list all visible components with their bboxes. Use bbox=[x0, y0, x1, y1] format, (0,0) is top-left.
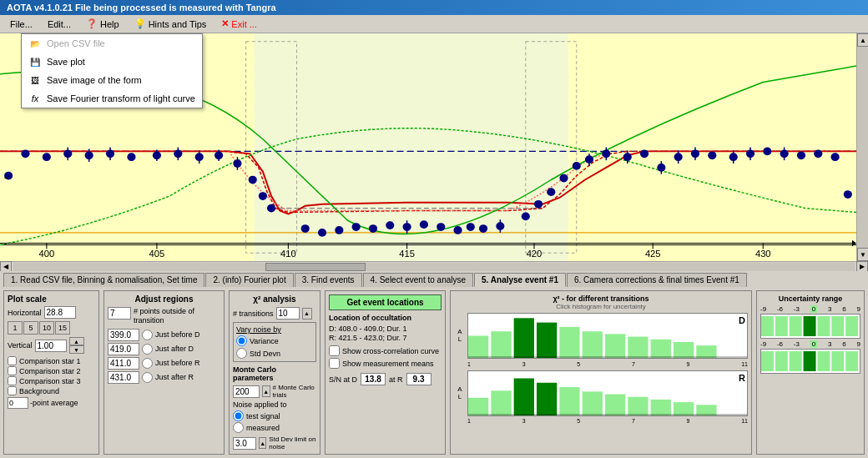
bottom-panel: Plot scale Horizontal 1 5 10 15 Vertical… bbox=[0, 287, 868, 458]
tab-1[interactable]: 1. Read CSV file, Binning & nomalisation… bbox=[3, 273, 204, 287]
comp-star-2-cb[interactable] bbox=[8, 366, 17, 375]
region-3-label: Just after R bbox=[155, 373, 194, 381]
region-1-input[interactable] bbox=[108, 343, 139, 355]
tab-3[interactable]: 3. Find events bbox=[295, 273, 362, 287]
d-unc-svg bbox=[761, 315, 860, 338]
region-0-radio[interactable] bbox=[142, 330, 153, 340]
noise-variance-radio[interactable] bbox=[236, 335, 247, 346]
save-fourier-item[interactable]: fx Save Fourier transform of light curve bbox=[22, 89, 202, 108]
region-3-radio[interactable] bbox=[142, 372, 153, 383]
svg-point-45 bbox=[301, 224, 310, 233]
sn-at-d-label: S/N at D bbox=[329, 375, 357, 384]
svg-rect-106 bbox=[491, 390, 511, 415]
transitions-input[interactable] bbox=[276, 307, 300, 320]
svg-rect-118 bbox=[775, 316, 788, 336]
comp-star-3-cb[interactable] bbox=[8, 376, 17, 385]
d-histogram-chart[interactable]: D bbox=[467, 313, 748, 359]
r-hist-svg bbox=[468, 371, 747, 415]
noise-stddevn-radio[interactable] bbox=[236, 348, 247, 359]
d-hist-svg bbox=[468, 314, 747, 358]
svg-point-78 bbox=[708, 151, 716, 159]
scroll-up-arrow[interactable]: ▲ bbox=[857, 33, 868, 47]
svg-point-57 bbox=[479, 224, 487, 233]
r-uncertainty: -9-6-30369 bbox=[760, 340, 860, 374]
r-unc-svg bbox=[761, 350, 860, 373]
plot-scale-panel: Plot scale Horizontal 1 5 10 15 Vertical… bbox=[3, 290, 99, 455]
region-0-input[interactable] bbox=[108, 329, 139, 341]
location-title: Location of occultation bbox=[329, 314, 442, 322]
tab-4[interactable]: 4. Select event to analyse bbox=[363, 273, 474, 287]
tab-5[interactable]: 5. Analyse event #1 bbox=[474, 273, 566, 287]
show-cross-corr-cb[interactable] bbox=[329, 345, 340, 356]
chi2-hist-subtitle: Click histogram for uncertainty bbox=[454, 303, 748, 310]
points-outside-input[interactable] bbox=[108, 307, 131, 320]
svg-point-43 bbox=[259, 192, 267, 200]
region-2-radio[interactable] bbox=[142, 358, 153, 369]
r-hist-al-label: AL bbox=[454, 370, 466, 416]
menu-hints[interactable]: 💡 Hints and Tips bbox=[128, 17, 214, 31]
show-meas-means-cb[interactable] bbox=[329, 358, 340, 369]
region-1-radio[interactable] bbox=[142, 344, 153, 355]
point-avg-input[interactable] bbox=[8, 397, 28, 409]
r-histogram-chart[interactable]: R bbox=[467, 370, 748, 416]
h-scale-10[interactable]: 10 bbox=[39, 321, 54, 335]
h-scale-5[interactable]: 5 bbox=[23, 321, 38, 335]
d-unc-axis-labels: -9-6-30369 bbox=[760, 305, 860, 313]
svg-point-83 bbox=[763, 148, 771, 156]
menu-help[interactable]: ❓ Help bbox=[79, 17, 126, 31]
horizontal-scrollbar[interactable]: ◀ ▶ bbox=[0, 261, 868, 271]
h-scale-1[interactable]: 1 bbox=[8, 321, 23, 335]
svg-rect-96 bbox=[537, 323, 557, 358]
comp-star-1-cb[interactable] bbox=[8, 356, 17, 365]
mc-trials-up[interactable]: ▲ bbox=[262, 385, 270, 397]
open-csv-item[interactable]: 📂 Open CSV file bbox=[22, 34, 202, 53]
noise-measured-radio[interactable] bbox=[233, 422, 244, 433]
mc-trials-input[interactable] bbox=[233, 385, 260, 398]
menu-edit[interactable]: Edit... bbox=[41, 18, 78, 31]
region-2-input[interactable] bbox=[108, 357, 139, 370]
menu-exit[interactable]: ✕ Exit ... bbox=[214, 17, 264, 31]
svg-rect-123 bbox=[845, 316, 858, 336]
std-dev-input[interactable] bbox=[233, 437, 256, 450]
show-meas-means-label: Show measurement means bbox=[342, 360, 434, 368]
transitions-up[interactable]: ▲ bbox=[302, 308, 312, 320]
v-down-btn[interactable]: ▼ bbox=[69, 345, 84, 354]
svg-text:420: 420 bbox=[527, 249, 542, 259]
region-1-label: Just after D bbox=[155, 345, 194, 353]
vertical-scrollbar[interactable]: ▲ ▼ bbox=[856, 33, 868, 261]
std-dev-up[interactable]: ▲ bbox=[259, 437, 266, 449]
svg-rect-114 bbox=[674, 402, 694, 415]
horizontal-input[interactable] bbox=[44, 306, 76, 319]
comp-star-2-row: Comparison star 2 bbox=[8, 366, 95, 375]
save-image-item[interactable]: 🖼 Save image of the form bbox=[22, 71, 202, 89]
get-event-locations-btn[interactable]: Get event locations bbox=[329, 294, 442, 310]
v-up-btn[interactable]: ▲ bbox=[69, 337, 84, 345]
svg-rect-99 bbox=[605, 334, 625, 358]
noise-test-signal-radio[interactable] bbox=[233, 410, 244, 421]
vertical-input[interactable] bbox=[35, 340, 67, 352]
svg-rect-93 bbox=[468, 336, 488, 359]
point-avg-label: -point average bbox=[30, 399, 78, 407]
save-plot-item[interactable]: 💾 Save plot bbox=[22, 53, 202, 71]
region-3-input[interactable] bbox=[108, 371, 139, 384]
background-cb[interactable] bbox=[8, 386, 17, 395]
svg-point-48 bbox=[352, 223, 361, 231]
h-scale-15[interactable]: 15 bbox=[55, 321, 70, 335]
r-hist-axis: 1357911 bbox=[454, 418, 748, 424]
svg-text:405: 405 bbox=[149, 249, 165, 259]
d-hist-al-label: AL bbox=[454, 313, 466, 359]
svg-rect-110 bbox=[583, 391, 603, 415]
svg-text:400: 400 bbox=[39, 249, 55, 259]
tab-6[interactable]: 6. Camera corrections & final times Even… bbox=[567, 273, 747, 287]
svg-rect-107 bbox=[514, 378, 534, 415]
d-label: D bbox=[739, 315, 745, 325]
svg-text:415: 415 bbox=[399, 249, 415, 259]
scroll-down-arrow[interactable]: ▼ bbox=[857, 248, 868, 261]
svg-point-56 bbox=[467, 223, 475, 231]
svg-rect-101 bbox=[651, 340, 671, 358]
tab-2[interactable]: 2. (info) Fourier plot bbox=[205, 273, 293, 287]
hints-icon: 💡 bbox=[134, 18, 146, 29]
d-unc-chart[interactable] bbox=[760, 314, 860, 339]
r-unc-chart[interactable] bbox=[760, 349, 860, 374]
menu-file[interactable]: File... bbox=[3, 18, 39, 31]
